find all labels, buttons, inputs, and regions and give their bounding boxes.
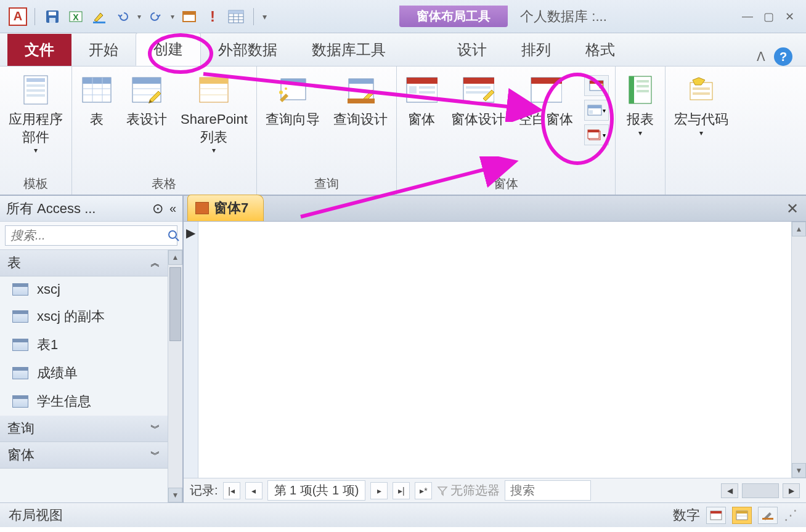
ribbon-group-templates: 应用程序 部件 ▾ 模板 (0, 66, 72, 195)
help-button[interactable]: ? (774, 47, 792, 66)
close-button[interactable]: ✕ (781, 9, 797, 25)
nav-item-xscj-copy[interactable]: xscj 的副本 (0, 302, 168, 331)
last-record-button[interactable]: ▸| (393, 482, 410, 499)
macro-button[interactable]: 宏与代码 ▾ (669, 71, 733, 140)
svg-rect-58 (588, 105, 601, 108)
table-button[interactable]: 表 (76, 71, 118, 131)
query-wizard-button[interactable]: 查询向导 (261, 71, 325, 131)
design-view-button[interactable] (758, 507, 778, 524)
query-design-label: 查询设计 (333, 111, 388, 129)
scroll-down-icon[interactable]: ▼ (168, 488, 182, 502)
undo-icon[interactable] (114, 8, 131, 25)
dropdown-icon: ▾ (212, 146, 216, 156)
highlight-icon[interactable] (91, 8, 108, 25)
form-button[interactable]: 窗体 (401, 71, 442, 131)
group-label-queries: 查询 (314, 172, 339, 195)
horizontal-scrollbar[interactable]: ◀ ▶ (721, 483, 800, 498)
svg-rect-69 (693, 87, 710, 90)
redo-dropdown[interactable]: ▾ (171, 12, 174, 21)
doc-close-button[interactable]: ✕ (786, 200, 799, 217)
tab-arrange[interactable]: 排列 (504, 34, 568, 66)
form-design-button[interactable]: 窗体设计 (446, 71, 510, 131)
alert-icon[interactable]: ! (204, 8, 221, 25)
nav-collapse-icon[interactable]: « (169, 201, 176, 216)
new-record-button[interactable]: ▸* (415, 482, 432, 499)
doc-tab-form7[interactable]: 窗体7 (187, 195, 264, 221)
undo-dropdown[interactable]: ▾ (137, 12, 141, 21)
record-selector[interactable]: ▶ (184, 222, 198, 478)
nav-header[interactable]: 所有 Access ... ⊙ « (0, 196, 182, 222)
blank-form-button[interactable]: 空白窗体 (514, 71, 578, 131)
collapse-icon: ︽ (150, 257, 160, 270)
content-scrollbar[interactable]: ▲ ▼ (791, 222, 806, 478)
scroll-up-icon[interactable]: ▲ (792, 222, 806, 236)
datasheet-icon[interactable] (227, 8, 245, 25)
prev-record-button[interactable]: ◂ (245, 482, 263, 499)
ribbon-group-tables: 表 表设计 SharePoint 列表 ▾ 表格 (72, 66, 257, 195)
form-label: 窗体 (408, 111, 435, 129)
form-canvas[interactable] (198, 222, 791, 478)
form-view-button[interactable] (706, 507, 726, 524)
record-display[interactable]: 第 1 项(共 1 项) (267, 480, 366, 501)
form-wizard-button[interactable] (584, 75, 609, 96)
tab-design[interactable]: 设计 (440, 34, 504, 66)
scroll-up-icon[interactable]: ▲ (168, 250, 182, 265)
svg-rect-9 (183, 12, 195, 15)
nav-category-label: 查询 (7, 419, 35, 438)
scroll-left-icon[interactable]: ◀ (721, 483, 738, 498)
sharepoint-button[interactable]: SharePoint 列表 ▾ (176, 71, 253, 158)
scroll-down-icon[interactable]: ▼ (792, 463, 806, 478)
svg-rect-38 (281, 79, 306, 84)
nav-category-tables[interactable]: 表 ︽ (0, 250, 168, 276)
table-icon (81, 74, 113, 106)
status-bar: 布局视图 数字 ⋰ (0, 502, 806, 527)
app-parts-button[interactable]: 应用程序 部件 ▾ (4, 71, 68, 158)
ribbon-minimize-icon[interactable]: ᐱ (757, 49, 765, 64)
tab-external-data[interactable]: 外部数据 (201, 34, 295, 66)
search-input[interactable] (10, 228, 168, 243)
window-icon[interactable] (181, 8, 198, 25)
ribbon-group-macros: 宏与代码 ▾ (666, 66, 737, 195)
record-search-box[interactable]: 搜索 (505, 480, 591, 501)
nav-item-student-info[interactable]: 学生信息 (0, 387, 168, 416)
nav-scrollbar[interactable]: ▲ ▼ (168, 250, 182, 502)
qat-separator (253, 8, 254, 25)
tab-home[interactable]: 开始 (71, 34, 136, 66)
resize-grip-icon[interactable]: ⋰ (784, 507, 797, 523)
tab-file[interactable]: 文件 (7, 34, 71, 66)
nav-category-forms[interactable]: 窗体 ︾ (0, 442, 168, 469)
search-icon[interactable] (168, 230, 180, 242)
query-design-button[interactable]: 查询设计 (328, 71, 393, 131)
first-record-button[interactable]: |◂ (223, 482, 240, 499)
excel-export-icon[interactable]: X (67, 8, 84, 25)
hscroll-track[interactable] (742, 483, 779, 498)
nav-dropdown-icon[interactable]: ⊙ (152, 201, 163, 217)
svg-rect-74 (710, 511, 722, 514)
next-record-button[interactable]: ▸ (370, 482, 388, 499)
scroll-right-icon[interactable]: ▶ (783, 483, 800, 498)
save-icon[interactable] (44, 8, 61, 25)
nav-item-xscj[interactable]: xscj (0, 276, 168, 302)
nav-body: 表 ︽ xscj xscj 的副本 表1 成绩单 学生信息 查询 ︾ 窗体 ︾ (0, 250, 168, 502)
redo-icon[interactable] (147, 8, 165, 25)
filter-indicator[interactable]: 无筛选器 (437, 482, 500, 499)
nav-item-grades[interactable]: 成绩单 (0, 359, 168, 387)
minimize-button[interactable]: — (739, 9, 755, 25)
table-design-button[interactable]: 表设计 (121, 71, 172, 131)
nav-search-box[interactable] (5, 225, 177, 246)
table-design-label: 表设计 (126, 111, 167, 129)
scroll-thumb[interactable] (169, 267, 181, 341)
nav-category-queries[interactable]: 查询 ︾ (0, 416, 168, 442)
tab-database-tools[interactable]: 数据库工具 (295, 34, 403, 66)
layout-view-button[interactable] (732, 507, 752, 524)
navigation-button[interactable]: ▾ (584, 100, 609, 121)
more-forms-button[interactable]: ▾ (584, 124, 609, 145)
report-label: 报表 (627, 111, 654, 129)
qat-customize-dropdown[interactable]: ▾ (263, 12, 267, 22)
report-button[interactable]: 报表 ▾ (619, 71, 661, 140)
nav-item-table1[interactable]: 表1 (0, 331, 168, 359)
tab-format[interactable]: 格式 (568, 34, 632, 66)
maximize-button[interactable]: ▢ (760, 9, 776, 25)
tab-create[interactable]: 创建 (136, 33, 201, 66)
svg-rect-50 (463, 78, 494, 84)
